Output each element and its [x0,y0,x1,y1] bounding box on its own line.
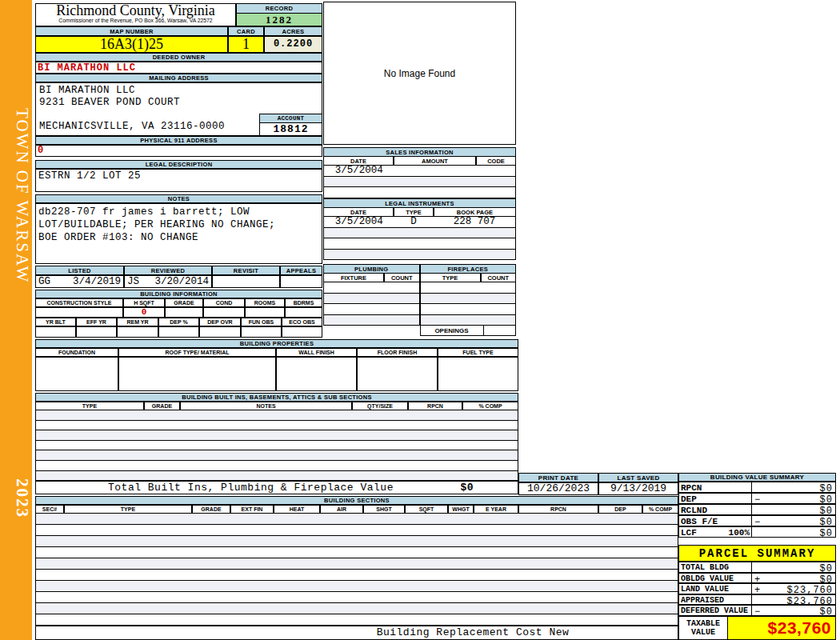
section-rpcn-header: RPCN [518,505,598,514]
account-value: 18812 [259,123,322,136]
empty-row [35,421,518,431]
notes-line: LOT/BUILDABLE; PER HEARING NO CHANGE; [38,218,322,231]
building-sections-header: BUILDING SECTIONS [35,496,678,505]
sales-row [323,187,516,198]
empty-row [35,461,518,471]
summary-row-obs-fe: OBS F/E −$0 [678,515,836,526]
e-year-header: E YEAR [474,505,518,514]
parcel-row-obldg: OBLDG VALUE +$0 [678,573,836,584]
foundation-value [35,357,118,391]
deeded-owner-value: BI MARATHON LLC [35,62,322,74]
mailing-line: BI MARATHON LLC [39,85,322,97]
building-information-header: BUILDING INFORMATION [35,290,322,298]
builtins-notes-header: NOTES [180,402,352,410]
summary-row-dep: DEP −$0 [678,493,836,504]
revisit-header: REVISIT [212,266,280,275]
openings-label: OPENINGS [420,326,484,336]
taxable-value-label: TAXABLE VALUE [678,616,728,640]
notes-line: BOE ORDER #103: NO CHANGE [38,231,322,244]
parcel-row-land: LAND VALUE +$23,760 [678,583,836,594]
empty-row [35,514,678,525]
county-title-box: Richmond County, Virginia Commissioner o… [35,3,236,26]
construction-style-header: CONSTRUCTION STYLE [35,298,123,307]
print-info-box: PRINT DATE LAST SAVED 10/26/2023 9/13/20… [518,473,678,495]
revisit-value [212,275,280,288]
reviewed-header: REVIEWED [124,266,212,275]
plumbing-row [323,315,516,326]
fun-obs-value [241,326,282,338]
eff-yr-value [76,326,117,338]
yr-blt-value [35,326,76,338]
foundation-header: FOUNDATION [35,348,118,357]
fixture-header: FIXTURE [323,273,384,282]
record-value: 1282 [236,14,322,26]
plumbing-row [323,294,516,305]
construction-style-value [35,307,123,318]
summary-row-lcf: LCF100% $0 [678,526,836,538]
listed-value: GG 3/4/2019 [35,275,124,288]
dep-pct-value [158,326,199,338]
print-date-value: 10/26/2023 [518,482,598,495]
instrument-row: 3/5/2004D228 707 [323,217,516,228]
reviewed-value: JS 3/20/2014 [124,275,212,288]
built-ins-total-row: Total Built Ins, Plumbing & Fireplace Va… [35,481,518,494]
parcel-summary: PARCEL SUMMARY TOTAL BLDG VALUE $0 OBLDG… [678,545,836,640]
building-replacement-cost-label: Building Replacement Cost New [268,626,678,639]
building-replacement-cost-row: Building Replacement Cost New [35,626,678,640]
roof-type-material-value [118,357,276,391]
empty-row [35,614,678,626]
fun-obs-header: FUN OBS [241,318,282,326]
empty-row [35,603,678,614]
tax-year-vertical-label: 2023 [0,466,32,530]
shgt-header: SHGT [363,505,405,514]
cond-header: COND [203,298,245,307]
account-box: ACCOUNT 18812 [259,114,322,136]
builtins-type-header: TYPE [35,402,144,410]
acres-value: 0.2200 [264,36,322,53]
physical-911-address-header: PHYSICAL 911 ADDRESS [35,136,322,145]
fuel-type-value [438,357,518,391]
parcel-summary-header: PARCEL SUMMARY [678,545,836,562]
sales-amount-header: AMOUNT [394,156,476,166]
taxable-value-amount: $23,760 [768,618,831,638]
section-pct-comp-header: % COMP [642,505,678,514]
building-sections-table: BUILDING SECTIONS SEC# TYPE GRADE EXT FI… [35,496,678,640]
sales-code-header: CODE [476,156,516,166]
rem-yr-value [117,326,158,338]
empty-row [35,525,678,536]
county-title: Richmond County, Virginia [36,4,235,18]
appeals-value [280,275,322,288]
empty-row [35,592,678,603]
building-properties-header: BUILDING PROPERTIES [35,339,518,348]
map-number-header: MAP NUMBER [35,26,228,36]
no-image-text: No Image Found [384,68,455,79]
reviewed-by: JS [127,276,139,287]
empty-row [35,536,678,547]
dep-ovr-value [199,326,241,338]
fireplace-count-header: COUNT [481,273,517,282]
mailing-line: 9231 BEAVER POND COURT [39,97,322,109]
eff-yr-header: EFF YR [76,318,117,326]
listed-by: GG [38,276,50,287]
yr-blt-header: YR BLT [35,318,76,326]
parcel-identification-block: Richmond County, Virginia Commissioner o… [35,3,322,338]
empty-row [35,430,518,441]
rooms-value [245,307,285,318]
section-type-header: TYPE [64,505,192,514]
bdrms-header: BDRMS [285,298,322,307]
parcel-row-appraised: APPRAISED VALUE $23,760 [678,594,836,606]
reviewed-date: 3/20/2014 [154,276,209,287]
section-dep-header: DEP [598,505,642,514]
taxable-value-row: TAXABLE VALUE $23,760 [678,616,836,640]
plumbing-row [323,282,516,294]
record-header: RECORD [236,3,322,14]
eco-obs-value [282,326,322,338]
property-photo-placeholder: No Image Found [323,2,516,145]
heat-header: HEAT [274,505,320,514]
county-subtitle: Commissioner of the Revenue, PO Box 366,… [36,18,235,24]
physical-911-address-value: 0 [35,145,322,157]
notes-header: NOTES [35,194,322,203]
fuel-type-header: FUEL TYPE [438,348,518,357]
sales-row [323,177,516,188]
taxable-value-cell: $23,760 [728,616,836,640]
